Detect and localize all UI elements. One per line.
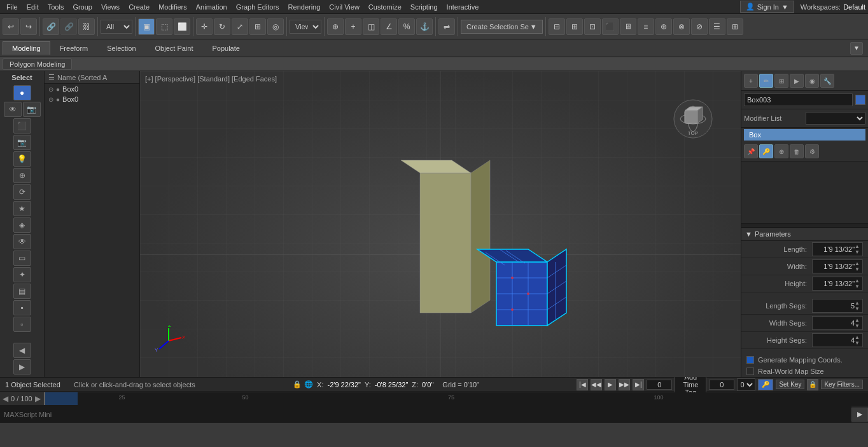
go-end-btn[interactable]: ▶| [633,379,644,390]
menu-rendering[interactable]: Rendering [284,2,325,12]
surface-btn[interactable]: ◈ [13,217,31,233]
box2-left-btn[interactable]: ▫ [13,317,31,332]
viewport[interactable]: [+] [Perspective] [Standard] [Edged Face… [140,71,741,377]
menu-customize[interactable]: Customize [365,2,405,12]
menu-animation[interactable]: Animation [192,2,231,12]
undo-button[interactable]: ↩ [3,18,19,35]
lsegs-down-arrow[interactable]: ▼ [855,306,860,312]
script-input[interactable] [0,406,851,423]
tab-modeling[interactable]: Modeling [3,41,50,55]
unlink-button[interactable]: 🔗 [60,18,77,35]
lock-icon[interactable]: 🔒 [293,380,302,389]
layer-button[interactable]: ⊟ [549,18,565,35]
rp-modifier-dropdown[interactable] [806,112,866,125]
height-segs-field[interactable]: 4 ▲ ▼ [812,333,863,347]
rp-name-input[interactable] [744,93,853,106]
extra2-button[interactable]: ⊗ [673,18,690,35]
display-button[interactable]: ⬛ [602,18,619,35]
width-down-arrow[interactable]: ▼ [855,266,860,272]
tab-freeform[interactable]: Freeform [50,41,98,55]
set-key-btn[interactable]: Set Key [776,380,804,389]
eye-btn[interactable]: 👁 [4,102,22,117]
scene-item-box1[interactable]: ⊙ ● Box0 [45,84,139,94]
poly-modeling-tab[interactable]: Polygon Modeling [3,58,72,70]
gen-mapping-checkbox[interactable] [746,356,754,364]
length-up-arrow[interactable]: ▲ [855,244,860,249]
paint-btn[interactable]: ✦ [13,267,31,282]
time-select[interactable]: 0 [737,378,755,391]
viewport-canvas[interactable]: [+] [Perspective] [Standard] [Edged Face… [140,71,741,377]
render-left-btn[interactable]: ⬛ [13,118,31,134]
menu-views[interactable]: Views [97,2,123,12]
scene-item-box2[interactable]: ⊙ ● Box0 [45,94,139,104]
rp-pin-btn[interactable]: 📌 [744,144,758,158]
filter-dropdown[interactable]: All [101,20,132,34]
mirror-button[interactable]: ⇌ [438,18,455,35]
tl-track[interactable]: 25 50 75 100 [45,392,868,405]
rp-copy-btn[interactable]: ⊕ [774,144,788,158]
box-left-btn[interactable]: ▪ [13,300,31,315]
percent-button[interactable]: % [398,18,415,35]
length-down-arrow[interactable]: ▼ [855,249,860,255]
rp-hierarchy-btn[interactable]: ⊞ [774,74,788,88]
menu-create[interactable]: Create [125,2,153,12]
render-button[interactable]: 🖥 [620,18,636,35]
snap2-button[interactable]: ⚓ [416,18,433,35]
rp-delete-btn[interactable]: 🗑 [790,144,804,158]
shape-btn[interactable]: ⟳ [13,184,31,200]
rp-motion-btn[interactable]: ▶ [790,74,804,88]
tab-selection[interactable]: Selection [97,41,145,55]
cam-btn[interactable]: 📷 [23,102,41,117]
menu-tools[interactable]: Tools [44,2,68,12]
link-button[interactable]: 🔗 [43,18,59,35]
rp-display-btn[interactable]: ◉ [805,74,819,88]
width-up-arrow[interactable]: ▲ [855,261,860,266]
helper-btn[interactable]: ⊕ [13,168,31,183]
menu-edit[interactable]: Edit [23,2,43,12]
rp-utility-btn[interactable]: 🔧 [820,74,834,88]
menu-modifiers[interactable]: Modifiers [155,2,191,12]
obj-btn[interactable]: ★ [13,201,31,216]
light-btn[interactable]: 💡 [13,151,31,167]
eye-btn2[interactable]: 👁 [13,234,31,249]
tl-prev-btn[interactable]: ◀ [3,394,8,403]
nav-gizmo[interactable]: TOP [671,97,715,141]
menu-civil-view[interactable]: Civil View [325,2,363,12]
play-btn[interactable]: ▶ [605,379,616,390]
tab-object-paint[interactable]: Object Paint [146,41,203,55]
width-segs-field[interactable]: 4 ▲ ▼ [812,316,863,330]
key-filters-btn[interactable]: Key Filters... [821,380,863,389]
menu-group[interactable]: Group [69,2,96,12]
snap-button[interactable]: ◫ [363,18,379,35]
grid-button[interactable]: ⊡ [584,18,601,35]
layer-left-btn[interactable]: ▤ [13,284,31,299]
length-field[interactable]: 1'9 13/32" ▲ ▼ [812,242,863,256]
place-button[interactable]: ◎ [267,18,284,35]
menu-scripting[interactable]: Scripting [407,2,442,12]
select-button[interactable]: ▣ [138,18,155,35]
wsegs-up-arrow[interactable]: ▲ [855,317,860,323]
view-dropdown[interactable]: View [290,20,321,34]
graph-button[interactable]: ⊞ [566,18,583,35]
scale2-button[interactable]: ⊞ [249,18,266,35]
rp-color-swatch[interactable] [855,95,865,105]
key-lock-btn[interactable]: 🔒 [807,379,818,390]
menu-graph-editors[interactable]: Graph Editors [232,2,283,12]
width-field[interactable]: 1'9 13/32" ▲ ▼ [812,259,863,273]
angle-button[interactable]: ∠ [381,18,397,35]
script-eval-btn[interactable]: ▶ [851,408,868,422]
wsegs-down-arrow[interactable]: ▼ [855,323,860,329]
tab-populate[interactable]: Populate [202,41,249,55]
rp-settings-btn[interactable]: ⚙ [805,144,819,158]
create-selection-button[interactable]: Create Selection Se ▼ [461,20,543,34]
height-field[interactable]: 1'9 13/32" ▲ ▼ [812,277,863,291]
network-icon[interactable]: 🌐 [304,380,313,389]
rp-params-header[interactable]: ▼ Parameters [741,228,868,241]
pivot-button[interactable]: ⊕ [327,18,344,35]
extra3-button[interactable]: ⊘ [691,18,708,35]
height-up-arrow[interactable]: ▲ [855,278,860,284]
rotate-button[interactable]: ↻ [214,18,230,35]
length-segs-field[interactable]: 5 ▲ ▼ [812,299,863,313]
bind-button[interactable]: ⛓ [78,18,95,35]
rp-key-btn[interactable]: 🔑 [759,144,773,158]
